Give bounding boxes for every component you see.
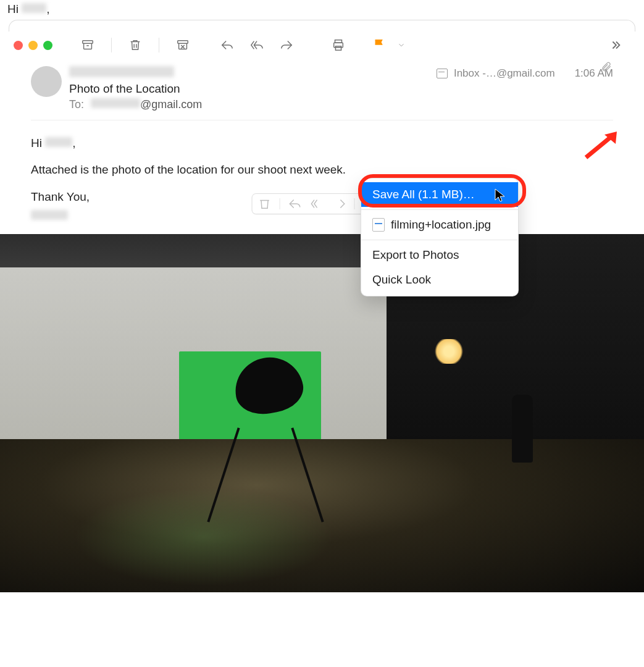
minimize-window-button[interactable] [28, 41, 38, 50]
inline-reply-all-icon[interactable] [309, 196, 324, 211]
inline-forward-icon[interactable] [332, 196, 346, 211]
message-header: Photo of the Location To: @gmail.com Inb… [0, 60, 644, 111]
trash-icon[interactable] [120, 38, 150, 52]
toolbar-separator [159, 38, 159, 52]
body-line1: Attached is the photo of the location fo… [31, 161, 613, 178]
redacted-signature [31, 210, 68, 220]
forward-icon[interactable] [272, 38, 301, 52]
archive-icon[interactable] [73, 38, 102, 52]
menu-export-label: Export to Photos [372, 248, 459, 262]
peek-greeting-suffix: , [46, 2, 49, 15]
file-icon [372, 218, 385, 232]
print-icon[interactable] [324, 38, 353, 52]
menu-quicklook-label: Quick Look [372, 273, 431, 287]
flag-icon[interactable] [364, 38, 394, 52]
redacted-name [45, 137, 72, 147]
menu-separator [361, 209, 518, 210]
svg-rect-1 [178, 41, 188, 44]
message-meta: Inbox -…@gmail.com 1:06 AM [437, 67, 613, 80]
zoom-window-button[interactable] [43, 41, 52, 50]
menu-file-item[interactable]: filming+location.jpg [361, 212, 518, 237]
window-toolbar [0, 31, 644, 60]
redacted-recipient [91, 98, 140, 108]
sender-avatar [31, 66, 62, 97]
attachment-indicator-icon[interactable] [601, 61, 612, 75]
reply-icon[interactable] [212, 38, 242, 52]
svg-rect-4 [335, 46, 341, 50]
cursor-icon [494, 188, 506, 205]
junk-icon[interactable] [168, 38, 198, 52]
peek-greeting-prefix: Hi [7, 2, 22, 15]
svg-rect-0 [83, 41, 93, 44]
attached-image [0, 234, 644, 592]
recipient-domain: @gmail.com [140, 98, 202, 111]
window-top-edge [9, 20, 635, 31]
redacted-name [22, 3, 46, 13]
recipient-line: To: @gmail.com [69, 98, 613, 111]
message-subject: Photo of the Location [69, 82, 613, 96]
mailbox-label: Inbox -…@gmail.com [454, 67, 555, 80]
inline-trash-icon[interactable] [257, 196, 272, 211]
mail-message-window: Photo of the Location To: @gmail.com Inb… [0, 31, 644, 592]
inline-separator [354, 198, 354, 209]
background-message-peek: Hi , [0, 0, 644, 20]
menu-export-photos[interactable]: Export to Photos [361, 243, 518, 267]
toolbar-separator [111, 38, 112, 52]
inline-reply-icon[interactable] [287, 196, 302, 211]
to-label: To: [69, 98, 87, 111]
flag-menu-chevron-icon[interactable] [394, 38, 409, 52]
menu-file-label: filming+location.jpg [391, 218, 491, 232]
menu-separator [361, 240, 518, 240]
reply-all-icon[interactable] [242, 38, 272, 52]
mailbox-icon [437, 69, 448, 78]
menu-save-all-label: Save All (1.1 MB)… [372, 188, 475, 201]
close-window-button[interactable] [14, 41, 23, 50]
redacted-sender [69, 66, 174, 77]
menu-quick-look[interactable]: Quick Look [361, 267, 518, 292]
body-greeting: Hi , [31, 134, 613, 152]
inline-separator [279, 198, 280, 209]
greeting-prefix: Hi [31, 136, 45, 149]
greeting-suffix: , [72, 136, 75, 149]
toolbar-overflow-icon[interactable] [601, 38, 630, 52]
